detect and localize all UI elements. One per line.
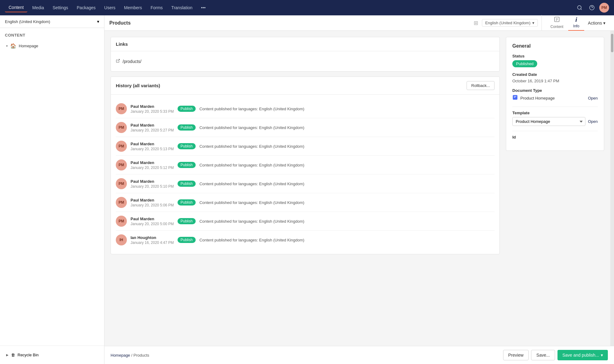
main-layout: English (United Kingdom) ▾ Content ▾ 🏠 H… [0,15,614,364]
nav-item-forms[interactable]: Forms [147,3,166,12]
history-date: January 16, 2020 4:47 PM [131,241,174,245]
actions-button[interactable]: Actions ▾ [584,15,609,31]
template-field: Template Product Homepage Open [512,111,598,126]
history-name: Paul Marden [131,104,174,109]
content-footer: Homepage / Products Preview Save... Save… [104,346,614,364]
recycle-bin-item[interactable]: ▶ 🗑 Recycle Bin [5,351,99,359]
document-type-row: Product Homepage Open [512,95,598,102]
sidebar-section-title: Content [5,33,99,37]
history-user-info: Paul Marden January 20, 2020 5:10 PM [131,179,174,189]
footer-actions: Preview Save... Save and publish... ▾ [503,350,608,360]
template-label: Template [512,111,598,115]
template-select-row: Product Homepage Open [512,117,598,126]
page-title: Products [109,20,470,26]
language-selector[interactable]: English (United Kingdom) ▾ [0,15,104,28]
history-badge: Publish [178,237,196,243]
history-row: PM Paul Marden January 20, 2020 5:00 PM … [116,212,495,231]
history-date: January 20, 2020 5:10 PM [131,184,174,189]
tab-info[interactable]: i Info [568,15,584,31]
history-row: PM Paul Marden January 20, 2020 5:27 PM … [116,118,495,137]
history-user-info: Ian Houghton January 16, 2020 4:47 PM [131,235,174,245]
history-user-info: Paul Marden January 20, 2020 5:12 PM [131,160,174,170]
links-title: Links [116,41,128,47]
save-publish-label: Save and publish... [562,353,599,358]
save-and-publish-button[interactable]: Save and publish... ▾ [557,350,608,360]
document-type-open-link[interactable]: Open [588,96,598,100]
history-avatar: IH [116,234,127,245]
breadcrumb-home[interactable]: Homepage [111,353,130,358]
template-open-link[interactable]: Open [588,119,598,124]
template-select[interactable]: Product Homepage [512,117,585,126]
document-type-label: Document Type [512,88,598,93]
nav-item-members[interactable]: Members [120,3,146,12]
history-name: Paul Marden [131,142,174,146]
history-entries: PM Paul Marden January 20, 2020 5:33 PM … [111,95,499,254]
sidebar-item-homepage[interactable]: ▾ 🏠 Homepage [5,41,99,51]
nav-item-settings[interactable]: Settings [49,3,72,12]
history-user-info: Paul Marden January 20, 2020 5:06 PM [131,198,174,207]
save-button[interactable]: Save... [531,350,555,360]
search-icon[interactable] [575,3,585,13]
chevron-down-icon-actions: ▾ [603,21,605,25]
nav-item-translation[interactable]: Translation [168,3,196,12]
scrollbar [610,31,614,346]
document-type-field: Document Type Product Homepage Open [512,88,598,102]
nav-item-media[interactable]: Media [29,3,48,12]
header-tabs: Content i Info Actions ▾ [542,15,609,31]
chevron-down-icon-lang: ▾ [532,21,534,25]
sidebar-bottom: ▶ 🗑 Recycle Bin [0,346,104,364]
history-description: Content published for languages: English… [199,182,495,186]
tree-arrow-icon: ▾ [6,44,8,48]
history-description: Content published for languages: English… [199,144,495,149]
sidebar: English (United Kingdom) ▾ Content ▾ 🏠 H… [0,15,104,364]
content-language-selector[interactable]: English (United Kingdom) ▾ [482,19,538,27]
content-header: Products ⊞ English (United Kingdom) ▾ Co… [104,15,614,31]
nav-item-packages[interactable]: Packages [73,3,99,12]
history-row: IH Ian Houghton January 16, 2020 4:47 PM… [116,231,495,249]
history-description: Content published for languages: English… [199,163,495,167]
history-badge: Publish [178,218,196,224]
home-icon: 🏠 [10,43,16,49]
history-description: Content published for languages: English… [199,238,495,242]
user-avatar[interactable]: PM [599,3,609,13]
preview-button[interactable]: Preview [503,350,529,360]
tab-content[interactable]: Content [546,15,568,31]
history-avatar: PM [116,178,127,189]
content-area: Products ⊞ English (United Kingdom) ▾ Co… [104,15,614,364]
history-avatar: PM [116,122,127,133]
rollback-button[interactable]: Rollback... [467,81,495,90]
links-panel-header: Links [111,37,499,51]
nav-item-content[interactable]: Content [5,3,27,12]
tab-content-label: Content [550,25,563,29]
history-panel: History (all variants) Rollback... PM Pa… [111,76,500,254]
history-date: January 20, 2020 5:00 PM [131,222,174,226]
nav-item-users[interactable]: Users [100,3,119,12]
link-url: /products/ [123,59,141,64]
help-icon[interactable] [587,3,597,13]
links-panel: Links /products/ [111,37,500,72]
history-avatar: PM [116,103,127,114]
created-date-label: Created Date [512,72,598,77]
id-label: Id [512,135,598,139]
history-date: January 20, 2020 5:33 PM [131,109,174,114]
created-date-field: Created Date October 16, 2019 1:47 PM [512,72,598,83]
status-field: Status Published [512,54,598,67]
history-avatar: PM [116,159,127,170]
history-badge: Publish [178,162,196,168]
history-name: Ian Houghton [131,235,174,240]
history-user-info: Paul Marden January 20, 2020 5:13 PM [131,142,174,151]
history-badge: Publish [178,106,196,112]
history-description: Content published for languages: English… [199,219,495,224]
info-card: General Status Published Created Date Oc… [506,37,604,151]
chevron-down-icon: ▾ [97,19,99,24]
tab-info-label: Info [573,24,579,28]
actions-label: Actions [588,21,602,25]
breadcrumb-current: Products [133,353,149,358]
history-badge: Publish [178,124,196,131]
history-badge: Publish [178,181,196,187]
content-tab-icon [554,16,560,24]
tree-arrow-icon-recycle: ▶ [6,353,9,357]
history-description: Content published for languages: English… [199,107,495,111]
sidebar-tree: Content ▾ 🏠 Homepage [0,28,104,346]
nav-item-more[interactable]: ••• [197,3,209,12]
